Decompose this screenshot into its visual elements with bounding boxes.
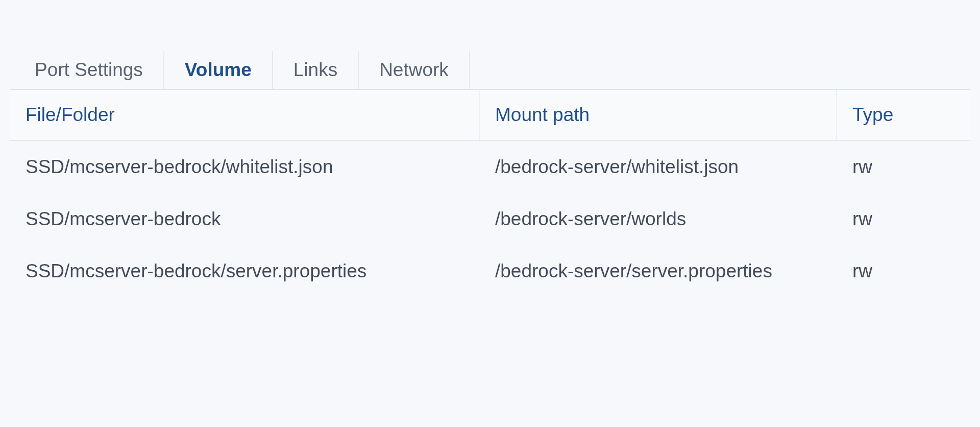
cell-file: SSD/mcserver-bedrock/whitelist.json	[10, 150, 480, 184]
table-header-row: File/Folder Mount path Type	[10, 90, 970, 141]
cell-mount: /bedrock-server/whitelist.json	[480, 150, 837, 184]
table-row[interactable]: SSD/mcserver-bedrock/whitelist.json /bed…	[10, 141, 970, 193]
table-body: SSD/mcserver-bedrock/whitelist.json /bed…	[10, 141, 970, 297]
cell-file: SSD/mcserver-bedrock/server.properties	[10, 254, 480, 288]
tab-network[interactable]: Network	[359, 51, 470, 89]
cell-type: rw	[837, 202, 970, 236]
column-header-file[interactable]: File/Folder	[10, 90, 480, 140]
column-header-type[interactable]: Type	[837, 90, 970, 140]
cell-type: rw	[837, 254, 970, 288]
cell-mount: /bedrock-server/worlds	[480, 202, 837, 236]
tab-links[interactable]: Links	[273, 51, 359, 89]
cell-mount: /bedrock-server/server.properties	[480, 254, 837, 288]
tab-port-settings[interactable]: Port Settings	[10, 51, 164, 89]
volume-settings-panel: Port Settings Volume Links Network File/…	[0, 0, 980, 297]
table-row[interactable]: SSD/mcserver-bedrock /bedrock-server/wor…	[10, 193, 970, 245]
cell-type: rw	[837, 150, 970, 184]
column-header-mount[interactable]: Mount path	[480, 90, 837, 140]
cell-file: SSD/mcserver-bedrock	[10, 202, 480, 236]
table-row[interactable]: SSD/mcserver-bedrock/server.properties /…	[10, 245, 970, 297]
tab-volume[interactable]: Volume	[164, 51, 273, 89]
volume-table: File/Folder Mount path Type SSD/mcserver…	[10, 90, 970, 297]
settings-tabs: Port Settings Volume Links Network	[10, 51, 970, 90]
